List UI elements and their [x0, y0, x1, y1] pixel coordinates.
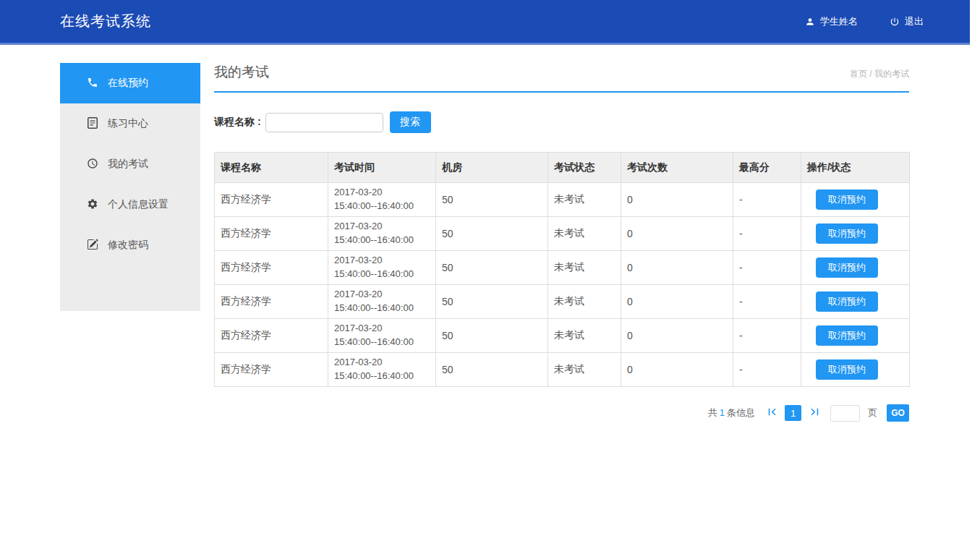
table-row: 西方经济学 2017-03-20 15:40:00--16:40:00 50 未…	[215, 217, 910, 251]
sidebar-item-label: 个人信息设置	[108, 198, 169, 211]
cell-action: 取消预约	[801, 217, 910, 251]
search-bar: 课程名称 : 搜索	[214, 111, 909, 133]
logout-label: 退出	[905, 15, 924, 28]
cell-time: 2017-03-20 15:40:00--16:40:00	[328, 183, 436, 217]
cancel-reservation-button[interactable]: 取消预约	[816, 359, 878, 380]
cell-status: 未考试	[548, 319, 621, 353]
page-head: 我的考试 首页 / 我的考试	[214, 63, 909, 93]
search-button[interactable]: 搜索	[390, 111, 431, 133]
cell-best-score: -	[733, 319, 801, 353]
cell-course: 西方经济学	[215, 285, 328, 319]
exam-time-range: 15:40:00--16:40:00	[334, 336, 430, 349]
breadcrumb-home[interactable]: 首页	[850, 69, 867, 79]
exam-date: 2017-03-20	[334, 288, 430, 302]
column-header-status: 考试状态	[548, 153, 621, 183]
page-title: 我的考试	[214, 63, 909, 82]
exam-time-range: 15:40:00--16:40:00	[334, 234, 430, 247]
cell-attempts: 0	[621, 285, 733, 319]
main-content: 我的考试 首页 / 我的考试 课程名称 : 搜索 课程名称 考试时间 机房 考试…	[214, 63, 909, 422]
column-header-action: 操作/状态	[801, 153, 910, 183]
column-header-time: 考试时间	[328, 153, 436, 183]
pagination: 共1条信息 1 页 GO	[214, 404, 909, 422]
table-row: 西方经济学 2017-03-20 15:40:00--16:40:00 50 未…	[215, 251, 910, 285]
table-row: 西方经济学 2017-03-20 15:40:00--16:40:00 50 未…	[215, 353, 910, 387]
exam-table: 课程名称 考试时间 机房 考试状态 考试次数 最高分 操作/状态 西方经济学 2…	[214, 152, 910, 387]
cell-action: 取消预约	[801, 285, 910, 319]
exam-date: 2017-03-20	[334, 356, 430, 370]
user-menu[interactable]: 学生姓名	[805, 15, 858, 28]
cell-best-score: -	[733, 353, 801, 387]
pagination-total: 共1条信息	[708, 406, 755, 419]
exam-date: 2017-03-20	[334, 254, 430, 268]
exam-table-header: 课程名称 考试时间 机房 考试状态 考试次数 最高分 操作/状态	[215, 153, 910, 183]
cell-status: 未考试	[548, 217, 621, 251]
cell-best-score: -	[733, 285, 801, 319]
first-page-button[interactable]	[764, 405, 779, 421]
table-row: 西方经济学 2017-03-20 15:40:00--16:40:00 50 未…	[215, 183, 910, 217]
cell-room: 50	[436, 217, 548, 251]
pagination-total-count: 1	[717, 407, 727, 418]
cell-best-score: -	[733, 251, 801, 285]
breadcrumb-current: 我的考试	[874, 69, 909, 79]
cell-time: 2017-03-20 15:40:00--16:40:00	[328, 217, 436, 251]
cell-room: 50	[436, 319, 548, 353]
sidebar-item-my-exams[interactable]: 我的考试	[60, 144, 200, 184]
cell-attempts: 0	[621, 183, 733, 217]
cell-status: 未考试	[548, 183, 621, 217]
cell-action: 取消预约	[801, 353, 910, 387]
current-page-button[interactable]: 1	[785, 405, 801, 421]
exam-time-range: 15:40:00--16:40:00	[334, 268, 430, 281]
course-name-input[interactable]	[265, 113, 383, 132]
cancel-reservation-button[interactable]: 取消预约	[816, 189, 878, 210]
sidebar-item-label: 在线预约	[108, 77, 148, 90]
cell-action: 取消预约	[801, 319, 910, 353]
cell-time: 2017-03-20 15:40:00--16:40:00	[328, 285, 436, 319]
app-header: 在线考试系统 学生姓名 退出	[0, 0, 970, 45]
edit-icon	[87, 239, 98, 252]
table-row: 西方经济学 2017-03-20 15:40:00--16:40:00 50 未…	[215, 319, 910, 353]
exam-time-range: 15:40:00--16:40:00	[334, 302, 430, 315]
cancel-reservation-button[interactable]: 取消预约	[816, 257, 878, 278]
course-name-label: 课程名称 :	[214, 116, 261, 129]
table-row: 西方经济学 2017-03-20 15:40:00--16:40:00 50 未…	[215, 285, 910, 319]
cancel-reservation-button[interactable]: 取消预约	[816, 325, 878, 346]
logout-button[interactable]: 退出	[890, 15, 924, 28]
go-button[interactable]: GO	[887, 404, 909, 422]
cell-room: 50	[436, 285, 548, 319]
cell-course: 西方经济学	[215, 183, 328, 217]
page-jump-input[interactable]	[830, 405, 860, 422]
sidebar-item-label: 我的考试	[108, 158, 148, 171]
pagination-total-prefix: 共	[708, 407, 717, 418]
sidebar-item-practice-center[interactable]: 练习中心	[60, 103, 200, 144]
cell-status: 未考试	[548, 251, 621, 285]
sidebar-item-change-password[interactable]: 修改密码	[60, 225, 200, 265]
journal-icon	[87, 117, 98, 131]
user-icon	[805, 17, 815, 27]
exam-time-range: 15:40:00--16:40:00	[334, 370, 430, 383]
cell-time: 2017-03-20 15:40:00--16:40:00	[328, 353, 436, 387]
cell-status: 未考试	[548, 353, 621, 387]
gear-icon	[87, 198, 98, 212]
cancel-reservation-button[interactable]: 取消预约	[816, 291, 878, 312]
sidebar-nav: 在线预约 练习中心 我的考试 个人信息设置 修改密码	[60, 63, 200, 311]
exam-date: 2017-03-20	[334, 220, 430, 234]
cell-room: 50	[436, 353, 548, 387]
cell-attempts: 0	[621, 319, 733, 353]
sidebar-item-online-reservation[interactable]: 在线预约	[60, 63, 200, 103]
user-name-label: 学生姓名	[820, 15, 858, 28]
cell-status: 未考试	[548, 285, 621, 319]
last-page-button[interactable]	[807, 405, 822, 421]
cell-action: 取消预约	[801, 251, 910, 285]
phone-icon	[87, 77, 98, 90]
cell-best-score: -	[733, 217, 801, 251]
breadcrumb-separator: /	[867, 69, 874, 79]
cancel-reservation-button[interactable]: 取消预约	[816, 223, 878, 244]
column-header-room: 机房	[436, 153, 548, 183]
cell-attempts: 0	[621, 251, 733, 285]
sidebar-item-profile-settings[interactable]: 个人信息设置	[60, 184, 200, 225]
cell-best-score: -	[733, 183, 801, 217]
cell-attempts: 0	[621, 353, 733, 387]
header-actions: 学生姓名 退出	[805, 15, 924, 28]
column-header-course: 课程名称	[215, 153, 328, 183]
cell-time: 2017-03-20 15:40:00--16:40:00	[328, 319, 436, 353]
